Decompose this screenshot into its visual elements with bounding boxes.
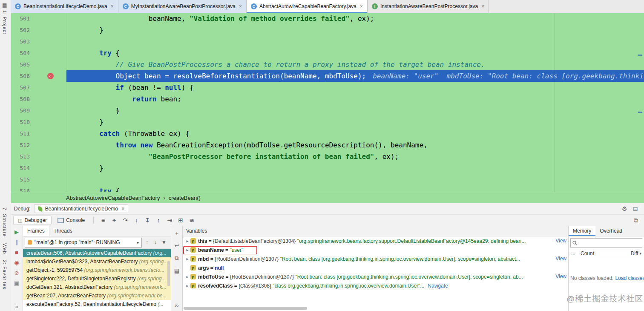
- variable-row-beanName[interactable]: ▸pbeanName = "user": [183, 245, 568, 254]
- view-breakpoints-icon[interactable]: ◉: [14, 260, 19, 265]
- expand-chevron-icon[interactable]: ▸: [184, 239, 190, 243]
- frame-row[interactable]: doGetBean:321, AbstractBeanFactory (org.…: [23, 283, 171, 291]
- frames-scrollbar[interactable]: [167, 261, 170, 286]
- gutter[interactable]: 501: [11, 13, 66, 24]
- gutter[interactable]: 504: [11, 47, 66, 59]
- close-icon[interactable]: ×: [239, 3, 242, 9]
- close-icon[interactable]: ×: [481, 3, 484, 9]
- column-diff[interactable]: Diff ▾: [631, 251, 641, 256]
- editor-tab-instantiation-aware-bean-post-processor[interactable]: I InstantiationAwareBeanPostProcessor.ja…: [368, 0, 489, 13]
- stream-debugger-icon[interactable]: ≋: [187, 217, 197, 224]
- code-text[interactable]: return bean;: [66, 93, 644, 105]
- code-text[interactable]: [66, 174, 644, 185]
- variable-row-mbdToUse[interactable]: ▸pmbdToUse = {RootBeanDefinition@1307} "…: [183, 272, 568, 281]
- tab-debugger[interactable]: ◫ Debugger: [13, 216, 52, 225]
- layout-settings-icon[interactable]: ≡: [98, 217, 108, 224]
- mute-breakpoints-icon[interactable]: ⊘: [14, 270, 19, 276]
- gutter[interactable]: 507: [11, 82, 66, 93]
- tool-window-grid-icon[interactable]: ▦: [2, 2, 7, 8]
- code-text[interactable]: // Give BeanPostProcessors a chance to r…: [66, 59, 644, 70]
- tab-console[interactable]: Console: [53, 216, 89, 225]
- gutter[interactable]: 512: [11, 139, 66, 151]
- filter-icon[interactable]: ▼: [161, 239, 167, 245]
- code-text[interactable]: }: [66, 24, 644, 36]
- view-link[interactable]: View: [551, 254, 566, 263]
- variable-row-args[interactable]: pargs = null: [183, 263, 568, 272]
- breadcrumb-method[interactable]: createBean(): [169, 195, 201, 201]
- code-text[interactable]: [66, 36, 644, 47]
- close-icon[interactable]: ×: [121, 206, 124, 212]
- copy-icon[interactable]: ⧉: [175, 255, 178, 262]
- code-text[interactable]: Object bean = resolveBeforeInstantiation…: [66, 70, 644, 82]
- load-classes-link[interactable]: Load classes: [615, 275, 644, 281]
- thread-selector[interactable]: "main"@1 in group "main": RUNNING ▾: [25, 238, 142, 248]
- sidebar-item-favorites[interactable]: 2: Favorites: [2, 260, 7, 289]
- frame-row[interactable]: createBean:506, AbstractAutowireCapableB…: [23, 249, 171, 257]
- run-to-cursor-icon[interactable]: ⇥: [164, 217, 175, 224]
- editor-tab-bean-instantiation-lifecycle-demo[interactable]: C BeanInstantiationLifecycleDemo.java ×: [11, 0, 118, 13]
- gutter[interactable]: 502: [11, 24, 66, 36]
- sidebar-item-structure[interactable]: 7: Structure: [2, 207, 7, 237]
- code-text[interactable]: try {: [66, 185, 644, 192]
- resume-icon[interactable]: ▶: [14, 229, 19, 235]
- scrollbar-mark[interactable]: [638, 55, 642, 56]
- gutter[interactable]: 508: [11, 93, 66, 105]
- frame-row[interactable]: lambda$doGetBean$0:323, AbstractBeanFact…: [23, 257, 171, 266]
- editor-tab-abstract-autowire-capable-bean-factory[interactable]: C AbstractAutowireCapableBeanFactory.jav…: [247, 0, 368, 13]
- code-text[interactable]: beanName, "Validation of method override…: [66, 13, 644, 24]
- expand-chevron-icon[interactable]: ▸: [184, 248, 190, 252]
- step-over-icon[interactable]: ↷: [120, 217, 130, 224]
- frame-row[interactable]: getBean:207, AbstractBeanFactory (org.sp…: [23, 291, 171, 300]
- memory-search[interactable]: [570, 238, 642, 248]
- code-text[interactable]: catch (Throwable ex) {: [66, 128, 644, 139]
- code-text[interactable]: }: [66, 105, 644, 116]
- code-editor[interactable]: 501 beanName, "Validation of method over…: [11, 13, 644, 192]
- frame-row[interactable]: executeBeanFactory:52, BeanInstantiation…: [23, 300, 171, 308]
- code-text[interactable]: "BeanPostProcessor before instantiation …: [66, 151, 644, 162]
- view-link[interactable]: View: [551, 272, 566, 281]
- show-execution-point-icon[interactable]: ⌖: [109, 217, 119, 224]
- variable-row-mbd[interactable]: ▸pmbd = {RootBeanDefinition@1307} "Root …: [183, 254, 568, 263]
- close-icon[interactable]: ×: [111, 3, 114, 9]
- hide-panel-icon[interactable]: ⊟: [633, 205, 638, 212]
- scrollbar-mark[interactable]: [638, 112, 642, 113]
- frame-row[interactable]: getSingleton:222, DefaultSingletonBeanRe…: [23, 274, 171, 283]
- gutter[interactable]: 514: [11, 162, 66, 174]
- back-icon[interactable]: ↩: [175, 242, 179, 249]
- more-icon[interactable]: »: [15, 304, 18, 309]
- breadcrumb-class[interactable]: AbstractAutowireCapableBeanFactory: [66, 195, 160, 201]
- sidebar-item-web[interactable]: Web: [2, 243, 7, 254]
- restore-layout-icon[interactable]: ⧉: [634, 217, 641, 224]
- frame-row[interactable]: getObject:-1, 592959754 (org.springframe…: [23, 266, 171, 274]
- step-into-icon[interactable]: ↓: [131, 217, 141, 224]
- tab-overhead[interactable]: Overhead: [595, 226, 627, 236]
- code-text[interactable]: try {: [66, 47, 644, 59]
- expand-chevron-icon[interactable]: ▸: [184, 256, 190, 261]
- breakpoint-icon[interactable]: [47, 73, 54, 79]
- navigate-link[interactable]: Navigate: [428, 283, 448, 289]
- close-icon[interactable]: ×: [360, 3, 363, 9]
- column-count[interactable]: Count: [581, 251, 594, 256]
- gutter[interactable]: 505: [11, 59, 66, 70]
- variable-row-resolvedClass[interactable]: ▸presolvedClass = {Class@1308} "class or…: [183, 281, 568, 290]
- debug-session-tab[interactable]: BeanInstantiationLifecycleDemo ×: [34, 204, 128, 213]
- settings-gear-icon[interactable]: ⚙: [622, 205, 627, 212]
- gutter[interactable]: 516: [11, 185, 66, 192]
- expand-chevron-icon[interactable]: ▸: [184, 283, 190, 288]
- table-view-icon[interactable]: ▤: [174, 268, 179, 274]
- next-frame-icon[interactable]: ↓: [152, 239, 159, 245]
- tab-threads[interactable]: Threads: [49, 226, 77, 236]
- code-text[interactable]: }: [66, 116, 644, 128]
- sidebar-item-project[interactable]: 1: Project: [2, 10, 7, 34]
- code-text[interactable]: if (bean != null) {: [66, 82, 644, 93]
- expand-chevron-icon[interactable]: ▸: [184, 274, 190, 279]
- gutter[interactable]: 513: [11, 151, 66, 162]
- prev-frame-icon[interactable]: ↑: [144, 239, 150, 245]
- stop-icon[interactable]: ■: [15, 250, 18, 255]
- tab-memory[interactable]: Memory: [569, 226, 595, 236]
- evaluate-icon[interactable]: ∞: [175, 302, 178, 308]
- column-more[interactable]: ...: [571, 251, 575, 256]
- add-watch-icon[interactable]: +: [175, 230, 178, 236]
- variable-row-this[interactable]: ▸pthis = {DefaultListableBeanFactory@130…: [183, 236, 568, 245]
- variables-h-scrollbar[interactable]: [184, 307, 307, 310]
